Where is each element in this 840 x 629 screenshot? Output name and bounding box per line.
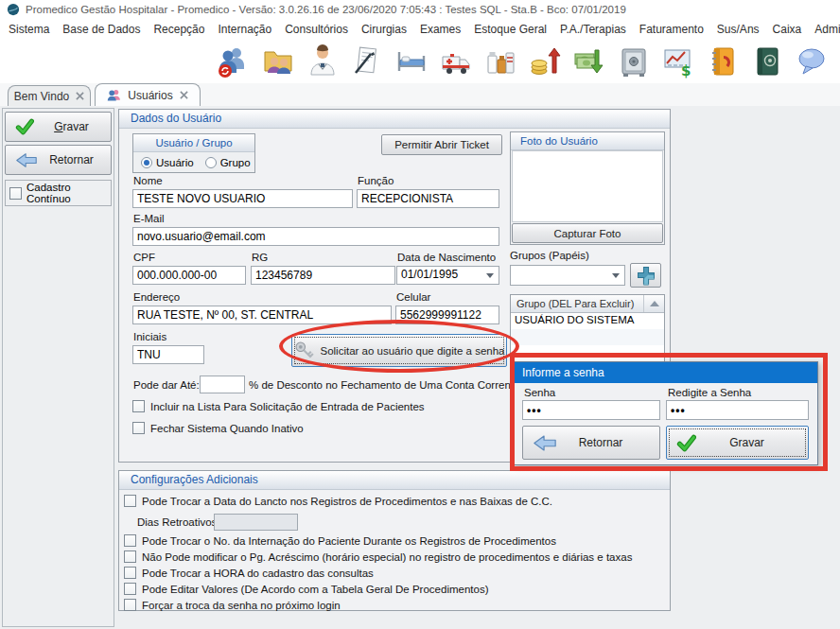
patients-folder-icon[interactable] xyxy=(260,44,296,79)
financial-charts-icon[interactable]: $ xyxy=(660,44,696,79)
menu-administracao[interactable]: Administra xyxy=(808,20,840,39)
endereco-input[interactable] xyxy=(132,306,392,324)
config-header: Configurações Adicionais xyxy=(119,471,670,490)
email-input[interactable] xyxy=(132,227,499,246)
editar-valores-label: Pode Editar Valores (De Acordo com a Tab… xyxy=(142,584,488,595)
back-arrow-icon xyxy=(533,434,557,452)
iniciais-input[interactable] xyxy=(132,345,204,364)
incluir-lista-checkbox[interactable] xyxy=(132,400,145,412)
fechar-sistema-checkbox[interactable] xyxy=(132,422,145,434)
radio-grupo[interactable]: Grupo xyxy=(205,157,251,168)
permitir-abrir-ticket-button[interactable]: Permitir Abrir Ticket xyxy=(381,134,502,155)
menu-base-de-dados[interactable]: Base de Dados xyxy=(56,20,147,39)
grid-column-header[interactable]: Grupo (DEL Para Excluir) xyxy=(511,295,664,313)
check-icon xyxy=(676,433,696,453)
doctor-icon[interactable] xyxy=(305,44,341,79)
sort-asc-icon[interactable] xyxy=(643,295,664,312)
grupos-papeis-combo[interactable] xyxy=(510,265,625,286)
retornar-label: Retornar xyxy=(49,153,94,166)
dialog-retornar-button[interactable]: Retornar xyxy=(522,426,660,460)
radio-grupo-control[interactable] xyxy=(205,157,217,168)
forcar-troca-senha-checkbox[interactable] xyxy=(124,599,136,611)
nao-modificar-acrescimo-checkbox[interactable] xyxy=(124,550,136,563)
celular-input[interactable] xyxy=(395,306,499,324)
add-group-icon xyxy=(636,265,656,286)
solicitar-senha-button[interactable]: Solicitar ao usuário que digite a senha xyxy=(291,334,507,367)
window-title: Promedico Gestão Hospitalar - Promedico … xyxy=(26,4,626,15)
cadastro-continuo-option: Cadastro Contínuo xyxy=(5,180,112,206)
gravar-button[interactable]: Gravar xyxy=(5,112,112,142)
data-nascimento-combo[interactable]: 01/01/1995 xyxy=(396,266,499,285)
config-option-4: Pode Trocar a HORA do cadastro das consu… xyxy=(124,567,374,579)
ambulance-icon[interactable] xyxy=(438,44,474,79)
trocar-data-lancto-checkbox[interactable] xyxy=(124,495,136,507)
redigite-senha-input[interactable] xyxy=(666,400,809,420)
cpf-input[interactable] xyxy=(132,266,246,285)
senha-input[interactable] xyxy=(522,400,660,420)
phonebook-icon[interactable] xyxy=(705,44,741,79)
dialog-gravar-button[interactable]: Gravar xyxy=(666,426,809,460)
capturar-foto-button[interactable]: Capturar Foto xyxy=(512,223,663,243)
users-icon xyxy=(107,88,121,102)
desconto-suffix-label: % de Desconto no Fechamento de Uma Conta… xyxy=(249,379,519,391)
dias-retroativos-input[interactable] xyxy=(214,514,298,531)
rg-input[interactable] xyxy=(251,266,395,285)
cpf-label: CPF xyxy=(133,252,155,263)
chat-icon[interactable] xyxy=(794,44,830,79)
users-sync-icon[interactable] xyxy=(216,44,252,79)
menu-recepcao[interactable]: Recepção xyxy=(147,20,211,39)
trocar-no-internacao-checkbox[interactable] xyxy=(124,534,136,547)
menu-consultorios[interactable]: Consultórios xyxy=(278,20,355,39)
menu-caixa[interactable]: Caixa xyxy=(766,20,809,39)
cadastro-continuo-checkbox[interactable] xyxy=(9,187,22,200)
tab-usuarios[interactable]: Usuários xyxy=(95,83,201,106)
pharmacy-icon[interactable] xyxy=(482,44,518,79)
trocar-data-lancto-label: Pode Trocar a Data do Lancto nos Registr… xyxy=(142,496,552,507)
hospital-bed-icon[interactable] xyxy=(394,44,429,79)
add-group-button[interactable] xyxy=(630,263,661,288)
menu-cirurgias[interactable]: Cirurgias xyxy=(355,20,413,39)
menu-internacao[interactable]: Internação xyxy=(211,20,278,39)
menu-estoque-geral[interactable]: Estoque Geral xyxy=(467,20,553,39)
config-option-2: Pode Trocar o No. da Internação do Pacie… xyxy=(124,534,556,547)
grid-row[interactable]: USUÁRIO DO SISTEMA xyxy=(511,313,664,329)
menu-sistema[interactable]: Sistema xyxy=(2,20,56,39)
menu-sus-ans[interactable]: Sus/Ans xyxy=(710,20,766,39)
cadastro-continuo-label: Cadastro Contínuo xyxy=(26,182,111,204)
menu-faturamento[interactable]: Faturamento xyxy=(633,20,710,39)
menu-pa-terapias[interactable]: P.A./Terapias xyxy=(553,20,633,39)
gravar-label: Gravar xyxy=(54,120,89,133)
data-nascimento-label: Data de Nascimento xyxy=(397,252,496,263)
email-label: E-Mail xyxy=(133,213,165,224)
ledger-book-icon[interactable] xyxy=(749,44,785,79)
config-option-3: Não Pode modificar o Pg. Acréscimo (horá… xyxy=(124,550,632,563)
desconto-input[interactable] xyxy=(200,376,245,393)
dialog-titlebar[interactable]: Informe a senha xyxy=(515,362,817,383)
editar-valores-checkbox[interactable] xyxy=(124,583,136,595)
tab-bem-vindo-label: Bem Vindo xyxy=(14,90,69,103)
redigite-senha-label: Redigite a Senha xyxy=(668,387,751,398)
radio-usuario[interactable]: Usuário xyxy=(141,157,194,168)
rg-label: RG xyxy=(252,252,268,263)
radio-grupo-label: Grupo xyxy=(220,157,251,168)
check-icon xyxy=(15,117,34,136)
prescription-icon[interactable] xyxy=(349,44,385,79)
trocar-hora-consultas-checkbox[interactable] xyxy=(124,567,136,579)
funcao-label: Função xyxy=(358,175,394,186)
usuario-grupo-header: Usuário / Grupo xyxy=(133,134,254,152)
funcao-input[interactable] xyxy=(357,189,499,208)
dialog-retornar-label: Retornar xyxy=(579,436,623,449)
config-option-5: Pode Editar Valores (De Acordo com a Tab… xyxy=(124,583,488,595)
payments-down-icon[interactable] xyxy=(571,44,607,79)
nome-input[interactable] xyxy=(132,189,353,208)
close-tab-icon[interactable] xyxy=(76,92,84,100)
revenue-up-icon[interactable] xyxy=(527,44,563,79)
window-titlebar: Promedico Gestão Hospitalar - Promedico … xyxy=(0,0,840,19)
menu-exames[interactable]: Exames xyxy=(413,20,467,39)
retornar-button[interactable]: Retornar xyxy=(5,145,112,175)
safe-icon[interactable] xyxy=(616,44,652,79)
close-tab-icon[interactable] xyxy=(180,91,188,99)
tab-bem-vindo[interactable]: Bem Vindo xyxy=(8,85,91,106)
radio-usuario-control[interactable] xyxy=(141,157,152,168)
data-nascimento-value: 01/01/1995 xyxy=(401,268,458,281)
